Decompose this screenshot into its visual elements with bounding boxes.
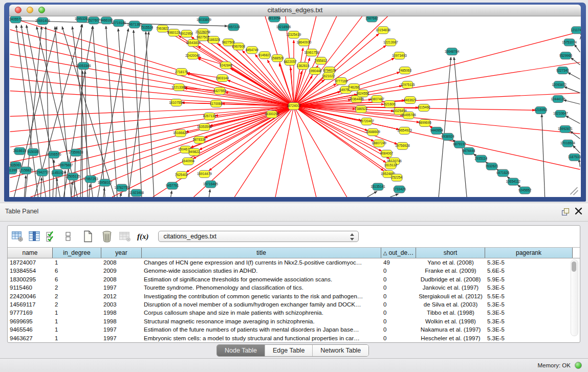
graph-node[interactable]: 20691406: [35, 17, 50, 25]
graph-node[interactable]: 1615132: [384, 162, 398, 169]
graph-node[interactable]: 1527607: [88, 17, 101, 24]
memory-status-icon[interactable]: [575, 362, 582, 369]
table-row[interactable]: 2242004622012Investigating the contribut…: [8, 292, 580, 300]
vertical-scrollbar[interactable]: [571, 259, 578, 336]
graph-node[interactable]: 18107554: [169, 99, 184, 106]
graph-node[interactable]: 7515524: [140, 24, 154, 31]
graph-node[interactable]: 18807249: [372, 140, 386, 147]
graph-node[interactable]: 915035: [28, 148, 39, 156]
graph-node[interactable]: 7857224: [227, 24, 241, 31]
citation-network-graph[interactable]: 1872400779638228960128891295423226058982…: [9, 16, 581, 197]
graph-node[interactable]: 9463627: [404, 97, 417, 104]
graph-node[interactable]: 10719186: [112, 19, 126, 27]
graph-node[interactable]: 949822: [189, 148, 200, 156]
graph-node[interactable]: 10654112: [506, 178, 521, 185]
graph-node[interactable]: 6471626: [496, 169, 510, 177]
graph-node[interactable]: 8912954: [180, 30, 193, 37]
graph-node[interactable]: 15720407: [359, 118, 374, 125]
graph-node[interactable]: 8813054: [268, 16, 281, 22]
graph-node[interactable]: 10688609: [365, 128, 380, 136]
graph-node[interactable]: 8215953: [534, 107, 548, 114]
scrollbar-thumb[interactable]: [572, 261, 576, 272]
graph-node[interactable]: 2803144: [216, 75, 229, 82]
graph-node[interactable]: 9242848: [220, 62, 233, 69]
graph-node[interactable]: 1621022: [322, 73, 335, 80]
table-row[interactable]: 1456911722003Disruption of a novel membe…: [8, 300, 580, 309]
graph-node[interactable]: 15166827: [173, 129, 188, 137]
graph-node[interactable]: 7625402: [175, 171, 188, 179]
graph-node[interactable]: 19218506: [276, 24, 291, 31]
graph-node[interactable]: 19756928: [395, 142, 410, 149]
graph-node[interactable]: 7632621: [485, 163, 498, 170]
function-builder-icon[interactable]: f(x): [137, 232, 149, 241]
graph-node[interactable]: 20975887: [58, 162, 73, 169]
graph-node[interactable]: 8186328: [207, 36, 221, 43]
column-header-name[interactable]: name: [8, 248, 53, 258]
graph-node[interactable]: 12213389: [171, 84, 186, 91]
column-header-out_degree[interactable]: △out_de…: [381, 248, 416, 258]
network-canvas[interactable]: 1872400779638228960128891295423226058982…: [9, 16, 581, 197]
row-height-icon[interactable]: [61, 230, 75, 243]
graph-node[interactable]: 16961758: [304, 49, 319, 56]
graph-node[interactable]: 9899695: [419, 119, 432, 126]
window-titlebar[interactable]: citations_edges.txt: [9, 5, 581, 16]
graph-node[interactable]: 9146821: [258, 52, 272, 59]
graph-node[interactable]: 3624556: [356, 90, 369, 97]
graph-node[interactable]: 9777169: [335, 78, 348, 85]
graph-node[interactable]: 1588520: [271, 55, 285, 62]
graph-node[interactable]: 9245652: [518, 187, 532, 194]
graph-node[interactable]: 1170066: [210, 100, 223, 107]
graph-node[interactable]: 16033809: [197, 16, 211, 24]
graph-node[interactable]: 2405572: [9, 16, 23, 23]
graph-node[interactable]: 9440954: [430, 127, 444, 134]
graph-node[interactable]: 12213987: [383, 39, 398, 46]
graph-node[interactable]: 7386522: [355, 106, 368, 113]
table-row[interactable]: 977716911998Corpus callosum shape and si…: [8, 309, 580, 317]
graph-node[interactable]: 6822057: [284, 58, 297, 65]
graph-node[interactable]: 331399: [9, 167, 17, 174]
resize-corner-icon[interactable]: [570, 187, 578, 195]
graph-node[interactable]: 16543812: [186, 39, 201, 47]
graph-node[interactable]: 16914479: [197, 170, 212, 178]
graph-node[interactable]: 16353598: [197, 123, 212, 130]
graph-node[interactable]: 12325419: [287, 31, 301, 38]
graph-node[interactable]: 1145192: [51, 169, 64, 177]
graph-node[interactable]: 1362615: [296, 62, 310, 70]
table-row[interactable]: 946362711997Embryonic stem cells: a mode…: [8, 334, 580, 342]
graph-node[interactable]: 6879197: [453, 141, 466, 148]
graph-node[interactable]: 8938924: [442, 133, 455, 140]
column-header-short[interactable]: short: [416, 248, 485, 258]
graph-node[interactable]: 7955812: [314, 57, 328, 64]
graph-node[interactable]: 9474444: [462, 147, 475, 155]
graph-node[interactable]: 19654923: [397, 127, 412, 134]
graph-node[interactable]: 252254: [391, 174, 403, 181]
graph-node[interactable]: 15135141: [371, 183, 385, 190]
graph-node[interactable]: 10973493: [392, 52, 407, 59]
graph-node[interactable]: 2616615: [13, 147, 27, 155]
graph-node[interactable]: 16648784: [445, 48, 460, 55]
graph-node[interactable]: 20206576: [47, 151, 61, 158]
graph-node[interactable]: 8960128: [167, 29, 181, 36]
graph-node[interactable]: 10154838: [376, 27, 390, 34]
tab-edge-table[interactable]: Edge Table: [265, 345, 313, 356]
table-row[interactable]: 911546021997Tourette syndrome. Phenomeno…: [8, 283, 580, 292]
graph-node[interactable]: 9084067: [380, 150, 394, 157]
graph-node[interactable]: 12505135: [66, 173, 80, 180]
table-row[interactable]: 1830029562008Estimation of significance …: [8, 275, 580, 283]
row-selection-icon[interactable]: [45, 230, 58, 243]
graph-node[interactable]: 12975115: [400, 81, 415, 89]
graph-node[interactable]: 8427552: [213, 87, 227, 95]
table-row[interactable]: 1938455462009Genome-wide association stu…: [8, 267, 580, 275]
graph-node[interactable]: 1733426: [393, 186, 406, 193]
column-header-year[interactable]: year: [101, 248, 142, 258]
graph-node[interactable]: 2967608: [232, 43, 246, 50]
graph-node[interactable]: 7485063: [399, 67, 412, 74]
graph-node[interactable]: 12942737: [35, 169, 50, 176]
graph-node[interactable]: 9457791: [166, 182, 179, 189]
graph-node[interactable]: 12093872: [552, 81, 567, 89]
delete-table-icon[interactable]: [100, 230, 114, 243]
create-table-icon[interactable]: [81, 230, 95, 243]
graph-node[interactable]: 1587682: [365, 16, 379, 22]
graph-node[interactable]: 1211744: [571, 27, 581, 34]
graph-node[interactable]: 2935114: [475, 155, 488, 162]
